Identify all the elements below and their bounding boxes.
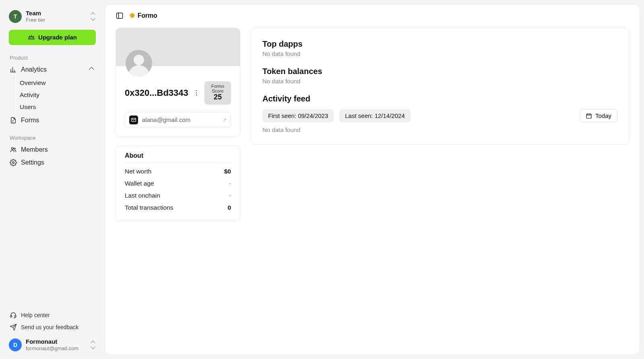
about-key: Net worth — [125, 168, 151, 175]
today-label: Today — [595, 112, 611, 119]
account-switcher[interactable]: D Formonaut formonaut@gmail.com — [5, 333, 100, 353]
about-key: Wallet age — [125, 180, 154, 187]
details-card: Top dapps No data found Token balances N… — [251, 28, 629, 145]
help-center-label: Help center — [21, 312, 50, 318]
activity-feed-empty: No data found — [262, 126, 617, 133]
sidebar: T Team Free tier Upgrade plan Product An… — [0, 0, 105, 359]
nav-overview[interactable]: Overview — [14, 77, 100, 89]
crown-icon — [28, 34, 35, 41]
send-icon — [10, 324, 17, 331]
about-row-net-worth: Net worth $0 — [125, 165, 231, 177]
send-feedback-label: Send us your feedback — [21, 324, 78, 330]
top-dapps-empty: No data found — [262, 50, 617, 57]
external-link-icon[interactable]: ↗ — [223, 117, 227, 123]
main: ✸ Formo 0x320...Bd3343 ⋮ — [105, 0, 644, 359]
user-email: formonaut@gmail.com — [26, 345, 86, 352]
about-row-wallet-age: Wallet age - — [125, 177, 231, 190]
svg-point-1 — [14, 148, 16, 149]
profile-email: alana@gmail.com — [142, 116, 190, 123]
last-seen-chip: Last seen: 12/14/2024 — [339, 109, 410, 122]
formo-score-value: 25 — [210, 93, 225, 101]
about-key: Last onchain — [125, 192, 160, 199]
chevrons-updown-icon — [90, 341, 96, 349]
gear-icon — [10, 159, 17, 166]
nav-analytics[interactable]: Analytics — [5, 63, 100, 76]
team-avatar: T — [9, 10, 22, 23]
svg-point-2 — [12, 161, 14, 163]
formo-score-label: Formo Score — [210, 84, 225, 93]
formo-score-badge: Formo Score 25 — [204, 81, 231, 105]
svg-rect-3 — [10, 316, 12, 318]
user-name: Formonaut — [26, 338, 86, 345]
brand[interactable]: ✸ Formo — [129, 12, 157, 19]
nav-activity[interactable]: Activity — [14, 89, 100, 101]
nav-forms[interactable]: Forms — [5, 114, 100, 127]
nav-settings-label: Settings — [21, 159, 44, 166]
nav-analytics-label: Analytics — [21, 66, 47, 73]
envelope-icon — [129, 116, 138, 124]
nav-members-label: Members — [21, 146, 48, 153]
about-value: - — [229, 180, 231, 187]
avatar-placeholder-icon — [126, 50, 152, 76]
about-key: Total transactions — [125, 204, 173, 211]
nav-members[interactable]: Members — [5, 143, 100, 156]
main-panel: ✸ Formo 0x320...Bd3343 ⋮ — [105, 4, 640, 355]
help-center-link[interactable]: Help center — [5, 309, 100, 321]
chevrons-updown-icon — [90, 13, 96, 20]
svg-rect-5 — [117, 13, 123, 18]
topbar: ✸ Formo — [116, 12, 629, 20]
about-value: 0 — [227, 204, 231, 211]
team-switcher[interactable]: T Team Free tier — [5, 8, 100, 27]
first-seen-chip: First seen: 09/24/2023 — [262, 109, 334, 122]
nav-users[interactable]: Users — [14, 101, 100, 113]
today-button[interactable]: Today — [580, 109, 617, 122]
about-value: - — [229, 192, 231, 199]
nav-forms-label: Forms — [21, 117, 39, 124]
section-workspace-label: Workspace — [5, 132, 100, 143]
token-balances-title: Token balances — [262, 67, 617, 76]
panel-toggle-icon[interactable] — [116, 12, 124, 20]
upgrade-plan-label: Upgrade plan — [38, 34, 77, 41]
upgrade-plan-button[interactable]: Upgrade plan — [9, 30, 96, 45]
user-avatar: D — [9, 338, 22, 351]
brand-name: Formo — [138, 12, 157, 19]
chevron-up-icon — [89, 67, 94, 72]
team-tier: Free tier — [26, 17, 86, 23]
send-feedback-link[interactable]: Send us your feedback — [5, 321, 100, 333]
section-product-label: Product — [5, 52, 100, 63]
team-name: Team — [26, 10, 86, 17]
email-pill[interactable]: alana@gmail.com ↗ — [125, 112, 231, 128]
wallet-address: 0x320...Bd3343 — [125, 88, 188, 98]
top-dapps-title: Top dapps — [262, 39, 617, 49]
profile-banner — [116, 28, 240, 66]
more-actions-button[interactable]: ⋮ — [192, 88, 201, 98]
nav-settings[interactable]: Settings — [5, 156, 100, 169]
svg-point-0 — [11, 147, 13, 149]
users-icon — [10, 146, 17, 153]
about-row-total-tx: Total transactions 0 — [125, 202, 231, 214]
about-title: About — [125, 152, 231, 163]
headset-icon — [10, 312, 17, 319]
brand-logo-icon: ✸ — [129, 12, 135, 19]
token-balances-empty: No data found — [262, 78, 617, 85]
svg-rect-7 — [586, 114, 591, 118]
activity-feed-title: Activity feed — [262, 94, 617, 103]
about-row-last-onchain: Last onchain - — [125, 190, 231, 202]
about-value: $0 — [224, 168, 231, 175]
bar-chart-icon — [10, 66, 17, 73]
profile-card: 0x320...Bd3343 ⋮ Formo Score 25 alana — [116, 28, 240, 136]
about-card: About Net worth $0 Wallet age - Last onc… — [116, 145, 240, 221]
svg-rect-4 — [15, 316, 16, 318]
nav-analytics-submenu: Overview Activity Users — [14, 76, 100, 114]
calendar-icon — [586, 113, 592, 119]
document-icon — [10, 117, 17, 124]
